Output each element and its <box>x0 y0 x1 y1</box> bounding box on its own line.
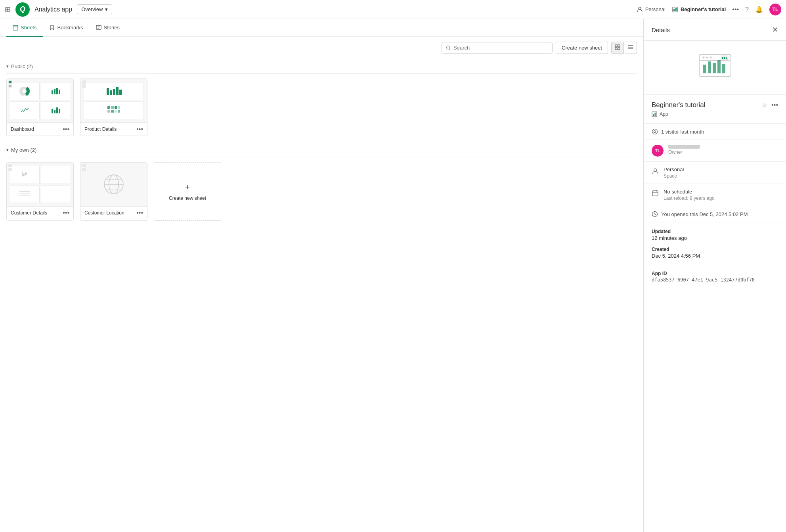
sheet-card-product[interactable]: Product Details ••• <box>80 78 147 136</box>
tutorial-tab[interactable]: Beginner's tutorial <box>672 6 726 13</box>
sheet-thumb-dashboard <box>7 79 73 122</box>
sheet-card-location[interactable]: Customer Location ••• <box>80 162 147 221</box>
search-icon <box>446 45 451 51</box>
svg-point-56 <box>710 57 711 59</box>
svg-rect-65 <box>726 57 727 59</box>
grid-view-button[interactable] <box>611 42 624 54</box>
svg-rect-20 <box>52 90 53 94</box>
public-section: ▾ Public (2) <box>0 59 643 142</box>
svg-rect-59 <box>713 63 716 73</box>
globe-icon <box>102 172 126 196</box>
sheet-footer-customer: Customer Details ••• <box>7 206 73 219</box>
search-input[interactable] <box>453 45 548 51</box>
svg-point-9 <box>446 46 449 49</box>
scatter-icon <box>20 170 29 179</box>
space-label: Personal <box>664 166 684 172</box>
svg-rect-21 <box>54 89 55 94</box>
svg-point-41 <box>22 174 25 176</box>
nav-right: Personal Beginner's tutorial ••• ? 🔔 TL <box>637 4 781 15</box>
close-details-button[interactable]: ✕ <box>772 25 778 34</box>
svg-line-10 <box>449 49 451 50</box>
svg-rect-60 <box>717 60 721 73</box>
sheet-thumb-customer <box>7 163 73 206</box>
app-title: Analytics app <box>34 6 72 13</box>
details-panel: Details ✕ <box>643 19 786 532</box>
personal-tab[interactable]: Personal <box>637 6 666 13</box>
public-sheets-grid: Dashboard ••• <box>6 78 637 136</box>
search-box[interactable] <box>442 42 553 54</box>
svg-rect-6 <box>96 25 101 29</box>
svg-rect-28 <box>107 88 109 95</box>
app-info: Beginner's tutorial ☆ ••• App <box>644 95 786 124</box>
public-chevron-icon: ▾ <box>6 64 9 69</box>
more-dots-icon[interactable]: ••• <box>732 6 739 13</box>
avatar[interactable]: TL <box>769 4 781 15</box>
bar-chart-product <box>106 86 122 96</box>
svg-rect-27 <box>59 109 60 113</box>
myown-sheets-grid: Customer Details ••• <box>6 162 637 221</box>
sheet-more-dashboard[interactable]: ••• <box>63 126 69 132</box>
svg-rect-40 <box>118 110 120 113</box>
svg-rect-66 <box>652 112 657 117</box>
svg-line-78 <box>655 214 656 215</box>
svg-rect-31 <box>116 87 119 95</box>
svg-rect-14 <box>618 48 620 50</box>
bar-chart-mini-2 <box>51 106 60 114</box>
sheet-more-location[interactable]: ••• <box>136 210 143 216</box>
svg-rect-46 <box>19 195 30 196</box>
app-type-icon <box>652 111 657 117</box>
svg-rect-57 <box>703 65 706 73</box>
svg-rect-58 <box>708 61 711 73</box>
tabs-bar: Sheets Bookmarks Stories <box>0 19 643 37</box>
svg-rect-3 <box>675 8 677 11</box>
grid-view-icon <box>615 44 620 50</box>
plus-icon: + <box>185 182 190 192</box>
content-area: Sheets Bookmarks Stories <box>0 19 643 532</box>
svg-rect-39 <box>115 110 117 113</box>
sheet-name-product: Product Details <box>84 126 117 132</box>
qlik-logo: Q <box>15 2 30 17</box>
owner-name-bar <box>668 145 700 149</box>
overview-dropdown[interactable]: Overview ▾ <box>77 4 112 14</box>
svg-rect-33 <box>107 106 110 109</box>
app-id-section: App ID dfa58537-6907-47e1-9ac5-132477d0b… <box>644 271 786 289</box>
tab-stories[interactable]: Stories <box>90 19 126 37</box>
tab-bookmarks[interactable]: Bookmarks <box>43 19 89 37</box>
sheet-card-dashboard[interactable]: Dashboard ••• <box>6 78 74 136</box>
star-button[interactable]: ☆ <box>762 101 767 109</box>
space-sub: Space <box>664 173 684 179</box>
myown-section: ▾ My own (2) <box>0 142 643 227</box>
app-type-label: App <box>660 111 668 117</box>
tab-sheets[interactable]: Sheets <box>6 19 43 37</box>
sheet-thumb-location <box>80 163 147 206</box>
table-mini <box>19 190 30 197</box>
sheet-more-customer[interactable]: ••• <box>63 210 69 216</box>
public-section-header[interactable]: ▾ Public (2) <box>6 59 637 74</box>
stories-tab-label: Stories <box>104 25 120 31</box>
myown-chevron-icon: ▾ <box>6 147 9 153</box>
list-view-button[interactable] <box>625 42 637 54</box>
opened-row: You opened this Dec 5, 2024 5:02 PM <box>644 206 786 222</box>
chevron-down-icon: ▾ <box>105 6 108 12</box>
bookmarks-tab-label: Bookmarks <box>57 25 83 31</box>
svg-rect-11 <box>615 45 617 47</box>
schedule-icon <box>652 189 659 197</box>
list-view-icon <box>628 44 633 50</box>
create-sheet-button[interactable]: Create new sheet <box>556 42 608 54</box>
svg-rect-23 <box>59 90 60 94</box>
create-new-sheet-card[interactable]: + Create new sheet <box>154 162 221 221</box>
space-row: Personal Space <box>644 162 786 184</box>
help-icon[interactable]: ? <box>745 6 749 13</box>
myown-section-header[interactable]: ▾ My own (2) <box>6 142 637 157</box>
svg-rect-26 <box>56 107 58 113</box>
svg-rect-29 <box>110 90 112 95</box>
notification-icon[interactable]: 🔔 <box>755 6 763 13</box>
details-header: Details ✕ <box>644 19 786 41</box>
create-card-label: Create new sheet <box>169 195 206 201</box>
sheet-more-product[interactable]: ••• <box>136 126 143 132</box>
details-illustration <box>644 41 786 95</box>
sheet-card-customer[interactable]: Customer Details ••• <box>6 162 74 221</box>
app-more-button[interactable]: ••• <box>771 101 778 109</box>
sheet-footer-dashboard: Dashboard ••• <box>7 122 73 136</box>
grid-menu-icon[interactable]: ⊞ <box>5 5 11 14</box>
